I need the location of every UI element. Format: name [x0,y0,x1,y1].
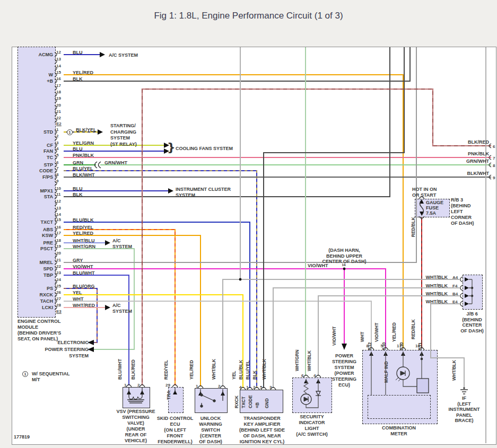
note-text: W/ SEQUENTIAL M/T [32,371,70,383]
wire-label: YEL/GRN [73,140,94,146]
ecm-pin-name: CODE [16,168,53,174]
pin-number: 2 [253,385,255,390]
pin-number: 13 [56,206,61,210]
ecm-pin-name: F/PS [16,174,53,180]
wire-label: GRN/WHT [104,160,127,166]
pin-number: 13 [56,57,61,62]
ecm-pin-name: MREL [16,260,53,266]
wire-label: YEL/RED [73,70,93,76]
wire-label: BLK/WHT [73,172,95,178]
wire-label-rotated: BLK/RED [130,359,136,380]
wiring-diagram-page: { "title": "Fig 1: 1.8L, Engine Performa… [0,0,497,448]
pin-number: 1 [246,385,248,390]
wire-label: WHT/BLU [73,238,95,244]
wire-label: VIO/WHT [308,263,328,269]
gauge-fuse-label: GAUGE FUSE 7.5A [426,200,443,216]
rb3-location: R/B 3 (BEHIND LEFT CORNER OF DASH) [451,197,474,226]
note-1-marker: 1 [67,129,73,135]
meter-conn: C10 [381,342,387,350]
pin-number: 22 [56,264,61,269]
system-instrument-cluster: INSTRUMENT CLUSTER SYSTEM [176,187,231,198]
wire-label: VIO/WHT [73,264,93,270]
wire-label-rotated: YEL/RED [188,360,195,380]
pin-number: 15 [56,217,61,222]
ecm-pin-name: KSW [16,233,53,239]
pin-number: 17 [56,83,61,88]
malf-ind-label: MALF IND [383,361,389,383]
wire-label: BLU [73,146,83,152]
wire-label: PNK/BLK [73,153,94,159]
wire-label-rotated: WHT/BLK [211,359,217,380]
system-eps: ELECTRONIC POWER STEERING SYSTEM [29,339,89,359]
ecm-pin-name: ABS [16,227,53,233]
wire-label-rotated: RED/BLK [410,319,416,339]
meter-conn: C11 [417,342,423,350]
edge-number: 9 [493,175,495,180]
jb6-conn: E4 [452,300,458,304]
pin-number: 4 [239,385,241,390]
pin-number: 4 [313,373,316,378]
vsv-name: VSV (PRESSURE SWITCHING VALVE) (UNDER RE… [114,409,158,444]
pin-number: 14 [56,64,61,68]
wire-label-rotated: RED/BLK [410,217,416,237]
pin-number: 15 [56,70,61,75]
wire-label: BLU/YEL [73,166,93,172]
system-ac-3: A/C SYSTEM [112,303,132,314]
wire-label: BLK/YEL [76,127,97,133]
pin-number: 22 [56,116,61,120]
ecm-pin-name: SPD [16,266,53,272]
pin-number: 2 [137,383,139,388]
wire-label-rotated: WHT/BLK [451,360,457,381]
pin-number: 18 [56,238,61,243]
jb6-name: J/B 6 (BEHIND CENTER OF DASH) [451,311,493,333]
transponder-signal: CODE [247,395,254,408]
wiring-svg [0,0,497,448]
pin-number: 20 [56,103,61,108]
ecm-name: ENGINE CONTROL MODULE (BEHIND DRIVER'S S… [18,319,61,342]
pin-number: 1 [56,127,58,132]
pin-number: 23 [56,270,61,275]
pin-number: 10 [56,186,61,191]
wire-label: BLU [73,50,83,56]
pin-number: 17 [56,231,61,235]
wire-label-rotated: BLK [251,371,258,380]
transponder-signal: TXCT [240,397,247,408]
wire-label: WHT [73,296,84,302]
jb6-conn: B4 [452,292,458,296]
jb6-conn: A4 [452,275,458,280]
ground-if-label: IF (LEFT INSTRUMENT PANEL BRACE) [445,396,483,424]
pin-number: 1 [196,384,198,389]
hot-in-on-label: HOT IN ON OR START [412,187,437,198]
pin-number: 12 [56,50,61,55]
wire-label: WHT/BLK [415,299,448,305]
diagram-id: 177819 [14,434,30,440]
edge-number: 6 [493,144,495,149]
transponder-name: TRANSPONDER KEY AMPLIFIER (BEHIND LEFT S… [232,416,292,445]
pin-number: 3 [56,140,58,145]
ecm-pin-name: STA [16,194,53,200]
wire-label-rotated: WHT/BLK [261,359,267,380]
pin-number: 16 [56,225,61,230]
wire-label: BLU/ORG [73,284,95,289]
transponder-signal: RXCK [233,396,240,408]
pin-number: 5 [56,153,58,157]
ecm-pin-name: PS [16,286,53,292]
security-light-name: SECURITY INDICATOR LIGHT (A/C SWITCH) [290,414,334,437]
pin-number: 11 [56,192,60,197]
system-cooling-fans: COOLING FANS SYSTEM [176,146,233,152]
wire-label: RED/YEL [73,225,93,231]
ecm-connector-e2: E2 [56,121,62,126]
wire-label: YEL [73,290,82,296]
wire-label: GRN [73,160,83,166]
pin-number: 21 [56,109,61,114]
ecm-pin-name: STD [16,129,53,135]
system-ac-2: A/C SYSTEM [112,238,132,250]
pin-number: 12 [56,199,61,204]
wire-label-rotated: WHT/BLK [306,350,312,371]
wire-label: GRY [73,258,83,263]
wire-label: YEL/RED [73,231,93,236]
pin-number: 24 [56,277,61,282]
edge-number: 8 [493,163,495,168]
pin-number: 19 [56,244,61,249]
pin-number: 18 [56,90,61,94]
